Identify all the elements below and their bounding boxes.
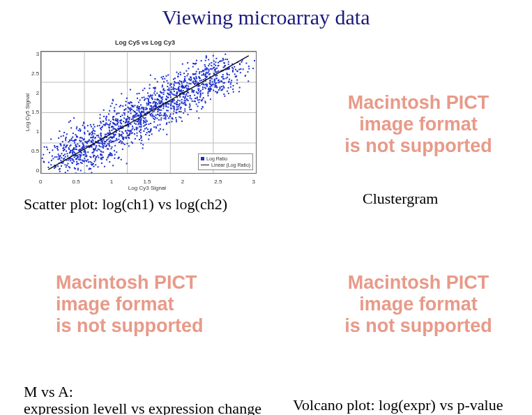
svg-rect-1278 [54,156,56,158]
svg-rect-161 [106,119,107,121]
svg-rect-1388 [121,131,123,133]
svg-rect-1405 [183,96,184,98]
svg-rect-951 [202,106,204,107]
svg-rect-1259 [171,101,172,103]
svg-rect-839 [132,133,133,134]
svg-rect-1583 [130,112,132,114]
svg-rect-134 [223,93,225,95]
svg-rect-1569 [233,85,234,86]
svg-rect-303 [57,158,59,160]
svg-rect-566 [152,111,153,112]
svg-rect-608 [223,62,225,63]
svg-rect-1042 [72,137,73,138]
svg-rect-694 [79,149,81,150]
svg-rect-1494 [173,105,174,107]
svg-rect-621 [198,117,199,119]
svg-rect-1382 [169,83,171,84]
svg-rect-996 [105,141,107,142]
svg-rect-1213 [184,76,185,77]
plot-area: Log Ratio Linear (Log Ratio) [40,51,257,174]
svg-rect-1296 [155,127,157,128]
svg-rect-615 [149,131,151,133]
svg-rect-317 [116,139,118,141]
svg-rect-1252 [137,135,138,137]
svg-rect-1251 [66,145,68,146]
svg-rect-964 [122,137,123,138]
svg-rect-1307 [197,68,199,70]
svg-rect-1010 [128,121,129,123]
svg-rect-1450 [178,82,179,83]
svg-rect-883 [135,114,136,116]
svg-rect-1373 [215,72,217,73]
svg-rect-1314 [198,102,199,103]
svg-rect-514 [167,80,168,82]
svg-rect-1534 [86,165,88,167]
pict-error-placeholder: Macintosh PICT image format is not suppo… [321,92,516,157]
svg-rect-484 [187,75,188,77]
svg-rect-1433 [120,122,121,123]
svg-rect-1026 [78,130,79,131]
svg-rect-427 [234,73,236,75]
svg-rect-728 [192,100,193,102]
svg-rect-339 [174,88,176,89]
svg-rect-1150 [114,128,115,129]
svg-rect-1330 [199,80,201,82]
y-ticks: 3 2.5 2 1.5 1 0.5 0 [31,51,40,174]
svg-rect-1479 [160,96,161,97]
svg-rect-646 [88,141,89,142]
svg-rect-456 [145,134,146,135]
svg-rect-1250 [190,80,191,81]
svg-rect-135 [146,128,147,129]
svg-rect-1409 [184,98,185,99]
svg-rect-1504 [125,130,126,132]
svg-rect-1157 [143,126,144,127]
svg-rect-1120 [170,96,172,98]
svg-rect-296 [79,157,81,158]
svg-rect-1403 [115,119,116,120]
svg-rect-692 [211,85,213,86]
svg-rect-1049 [104,166,105,167]
svg-rect-1007 [190,109,192,110]
svg-rect-1432 [174,94,176,96]
svg-rect-928 [48,162,50,163]
svg-rect-344 [147,92,149,93]
svg-rect-981 [213,55,214,56]
svg-rect-792 [165,112,166,114]
svg-rect-1118 [239,63,241,64]
svg-rect-1180 [158,119,160,121]
svg-rect-354 [201,108,202,110]
svg-rect-958 [110,121,112,122]
svg-rect-1574 [91,146,93,147]
svg-rect-1380 [206,68,208,69]
svg-rect-1378 [163,81,165,82]
svg-rect-421 [222,59,224,61]
svg-rect-1245 [153,116,155,117]
svg-rect-1082 [126,132,128,133]
svg-rect-1099 [100,114,101,115]
svg-rect-753 [181,82,183,84]
svg-rect-952 [205,102,206,103]
svg-rect-1237 [158,130,160,131]
svg-rect-1483 [178,108,179,110]
svg-rect-595 [130,89,131,91]
svg-rect-1116 [119,135,121,136]
svg-rect-636 [196,103,197,105]
svg-rect-1447 [208,59,209,61]
svg-rect-1125 [112,155,113,156]
svg-rect-1231 [109,139,111,141]
svg-rect-1232 [160,97,162,98]
svg-rect-1267 [175,117,176,119]
svg-rect-1088 [109,152,111,153]
svg-rect-1286 [230,86,231,88]
svg-rect-570 [173,79,174,80]
svg-rect-367 [196,81,197,82]
svg-rect-475 [73,140,74,142]
svg-rect-144 [166,96,167,97]
svg-rect-669 [158,101,160,103]
svg-rect-806 [157,99,158,100]
svg-rect-970 [141,139,142,141]
svg-rect-1127 [197,92,199,93]
svg-rect-1169 [215,84,216,86]
svg-rect-1428 [186,84,188,86]
svg-rect-1145 [70,144,72,146]
